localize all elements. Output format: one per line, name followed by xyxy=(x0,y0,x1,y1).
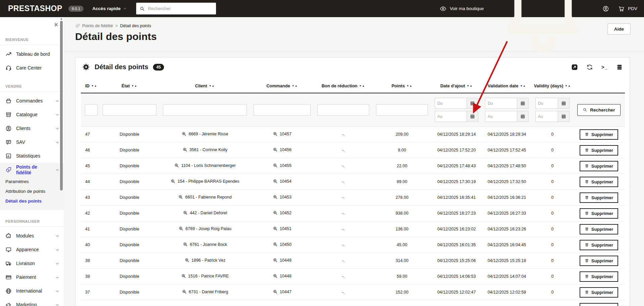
cell-validation-date: 04/12/2025 18:29:34 xyxy=(482,127,532,142)
filter-voucher-input[interactable] xyxy=(317,104,369,116)
cell-client: 6669 - Jéremie Risse xyxy=(160,127,250,142)
notifications-button[interactable]: 39 xyxy=(493,0,593,59)
filter-validation-from-input[interactable] xyxy=(485,98,517,109)
row-link[interactable]: 10456 xyxy=(273,147,291,152)
row-link[interactable]: 1104 - Loris Schnarrenberger xyxy=(174,163,235,168)
view-shop-link[interactable]: Voir ma boutique xyxy=(440,5,484,12)
column-header-id[interactable]: ID▼▲ xyxy=(81,76,99,93)
row-link[interactable]: 3561 - Corinne Kolly xyxy=(182,147,227,152)
sidebar-item-sav[interactable]: SAV xyxy=(0,135,64,149)
sidebar-item-commandes[interactable]: Commandes xyxy=(0,94,64,108)
filter-status-input[interactable] xyxy=(103,104,156,116)
filter-order-input[interactable] xyxy=(254,104,311,116)
row-link[interactable]: 10452 xyxy=(273,210,291,215)
sidebar-subitem-attribution-de-points[interactable]: Attribution de points xyxy=(0,186,64,196)
validity-from-calendar-button[interactable] xyxy=(558,98,570,109)
row-link[interactable]: 6761 - Joanne Bock xyxy=(183,242,227,247)
filter-date-add-from-input[interactable] xyxy=(435,98,467,109)
row-link[interactable]: 10455 xyxy=(273,163,291,168)
row-link[interactable]: 1516 - Patrice FAVRE xyxy=(181,273,229,278)
breadcrumb-separator: > xyxy=(115,24,118,28)
column-header-validity-days[interactable]: Validity (days)▼▲ xyxy=(532,76,573,93)
sidebar-item-paiement[interactable]: Paiement xyxy=(0,270,64,284)
row-link[interactable]: 6731 - Daniel Friberg xyxy=(182,289,228,294)
column-header-client[interactable]: Client▼▲ xyxy=(160,76,250,93)
prestashop-logo[interactable]: PRESTASHOP xyxy=(8,4,62,13)
sidebar-item-modules[interactable]: Modules xyxy=(0,229,64,243)
column-header-bon-de-reduction[interactable]: Bon de réduction▼▲ xyxy=(314,76,373,93)
row-link[interactable]: 10449 xyxy=(273,258,291,263)
row-link[interactable]: 10450 xyxy=(273,242,291,247)
breadcrumb-parent[interactable]: Points de fidélité xyxy=(82,24,113,28)
scroll-up-arrow[interactable]: ▲ xyxy=(59,17,63,20)
row-link[interactable]: 10454 xyxy=(273,179,291,184)
delete-button[interactable]: Supprimer xyxy=(580,161,618,171)
row-link[interactable]: 10453 xyxy=(273,194,291,200)
delete-button[interactable]: Supprimer xyxy=(580,303,618,306)
delete-button[interactable]: Supprimer xyxy=(580,192,618,203)
validity-to-calendar-button[interactable] xyxy=(558,111,570,122)
sidebar-collapse-icon[interactable] xyxy=(53,22,59,28)
row-link[interactable]: 10447 xyxy=(273,289,291,294)
sidebar-item-international[interactable]: International xyxy=(0,284,64,298)
quick-access-menu[interactable]: Accès rapide xyxy=(92,6,127,11)
delete-button[interactable]: Supprimer xyxy=(580,129,618,140)
pos-link[interactable]: PDV xyxy=(618,5,637,12)
sidebar-item-statistiques[interactable]: Statistiques xyxy=(0,149,64,163)
delete-button[interactable]: Supprimer xyxy=(580,240,618,250)
database-icon[interactable] xyxy=(616,64,623,71)
terminal-icon[interactable]: >_ xyxy=(601,64,608,70)
date-add-to-calendar-button[interactable] xyxy=(467,111,478,122)
filter-id-input[interactable] xyxy=(85,104,98,116)
row-link[interactable]: 6601 - Fabienne Repond xyxy=(178,194,231,200)
sidebar-item-care-center[interactable]: Care Center xyxy=(0,61,64,75)
filter-validation-to-input[interactable] xyxy=(485,111,517,122)
column-header-label: Points xyxy=(391,83,405,88)
validation-to-calendar-button[interactable] xyxy=(517,111,529,122)
delete-button[interactable]: Supprimer xyxy=(580,271,618,282)
search-input[interactable] xyxy=(148,6,213,11)
row-link[interactable]: 10457 xyxy=(273,131,291,136)
column-header-points[interactable]: Points▼▲ xyxy=(373,76,431,93)
column-header-etat[interactable]: État▼▲ xyxy=(99,76,160,93)
delete-button[interactable]: Supprimer xyxy=(580,224,618,234)
delete-button[interactable]: Supprimer xyxy=(580,287,618,298)
row-link[interactable]: 442 - Daniel Deforel xyxy=(183,210,227,215)
row-link[interactable]: 10448 xyxy=(273,273,291,278)
filter-points-input[interactable] xyxy=(376,104,428,116)
sidebar-subitem-parametres[interactable]: Paramètres xyxy=(0,177,64,186)
filter-date-add-to-input[interactable] xyxy=(435,111,467,122)
sidebar-item-catalogue[interactable]: Catalogue xyxy=(0,108,64,122)
filter-validity-to-input[interactable] xyxy=(535,111,558,122)
search-submit-button[interactable]: Rechercher xyxy=(577,104,620,116)
sidebar-subitem-detail-des-points[interactable]: Détail des points xyxy=(0,196,64,206)
trash-icon xyxy=(585,290,589,295)
account-icon[interactable] xyxy=(602,5,609,12)
row-link[interactable]: 6769 - Josep Roig Palau xyxy=(178,226,231,231)
delete-button[interactable]: Supprimer xyxy=(580,208,618,219)
sidebar-item-points-de-fidelite[interactable]: Points de fidélité xyxy=(0,163,64,177)
column-header-commande[interactable]: Commande▼▲ xyxy=(250,76,314,93)
filter-validity-from-input[interactable] xyxy=(535,98,558,109)
refresh-icon[interactable] xyxy=(586,64,593,71)
delete-button[interactable]: Supprimer xyxy=(580,256,618,266)
row-link[interactable]: 6669 - Jéremie Risse xyxy=(181,131,228,136)
sidebar-item-tableau-de-bord[interactable]: Tableau de bord xyxy=(0,47,64,61)
export-icon[interactable] xyxy=(571,64,578,71)
sidebar-item-marketing[interactable]: Marketing xyxy=(0,298,64,306)
date-add-from-calendar-button[interactable] xyxy=(467,98,478,109)
column-header-date-d-ajout[interactable]: Date d'ajout▼▲ xyxy=(431,76,482,93)
delete-button[interactable]: Supprimer xyxy=(580,145,618,156)
column-header-validation-date[interactable]: Validation date▼▲ xyxy=(482,76,532,93)
row-link[interactable]: 10451 xyxy=(273,226,291,231)
sidebar-item-livraison[interactable]: Livraison xyxy=(0,257,64,270)
sidebar-item-clients[interactable]: Clients xyxy=(0,122,64,135)
row-link[interactable]: 154 - Philippe BARRAS Ependes xyxy=(170,179,239,184)
global-search[interactable] xyxy=(136,3,216,14)
delete-button[interactable]: Supprimer xyxy=(580,177,618,187)
scrollbar-thumb[interactable] xyxy=(60,21,63,190)
sidebar-item-apparence[interactable]: Apparence xyxy=(0,243,64,257)
validation-from-calendar-button[interactable] xyxy=(517,98,529,109)
filter-client-input[interactable] xyxy=(163,104,247,116)
row-link[interactable]: 1896 - Patrick Vez xyxy=(184,258,225,263)
